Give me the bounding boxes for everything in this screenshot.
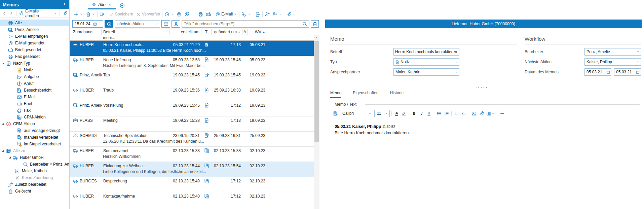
forward-icon[interactable] [9,11,14,16]
sidebar-item-alle-zu-[interactable]: Alle zu ... [0,147,69,154]
column-header-a[interactable]: A [242,29,248,35]
sidebar-item-crm-aktion[interactable]: ?CRM-Aktion [0,120,69,127]
clear-filter-button[interactable] [311,20,319,28]
sidebar-item-e-mail[interactable]: E-Mail [0,94,69,100]
search-icon[interactable] [302,22,307,27]
font-color-button[interactable]: A [393,110,400,117]
collapse-sidebar-icon[interactable] [63,2,67,7]
expander-icon[interactable] [2,150,4,152]
memo-row[interactable]: HUBERNeue Lieferung05.09.23 12:5819.09.2… [70,56,314,71]
scrollbar-thumb[interactable] [314,41,319,142]
sidebar-item-brief-gesendet[interactable]: Brief gesendet [0,46,69,53]
expander-icon[interactable] [2,123,4,125]
date-filter-field[interactable] [72,20,103,28]
email-button[interactable]: @E-Mail [214,11,238,18]
expander-icon[interactable] [9,156,11,159]
email-filter-button[interactable] [161,20,170,28]
sidebar-item-notiz[interactable]: Notiz [0,67,69,73]
sidebar-item-e-mail-gesendet[interactable]: @E-Mail gesendet [0,40,69,46]
calendar-icon[interactable] [93,22,97,26]
search-input[interactable] [184,22,302,26]
sidebar-item-prinz-amelie[interactable]: Prinz, Amelie [0,26,69,33]
reassign-button[interactable] [183,11,195,18]
tab-historie[interactable]: Historie [390,91,404,98]
sidebar-item-nach-typ[interactable]: Nach Typ [0,60,69,67]
memo-row[interactable]: HUBERSommervenet02.10.23 15:3802.10.23 1… [70,147,314,162]
back-icon[interactable] [2,11,7,16]
sidebar-item-fax[interactable]: Fax [0,107,69,114]
delete-button[interactable] [85,11,96,18]
sidebar-item-im-stapel-verarbeitet[interactable]: im Stapel verarbeitet [0,141,69,147]
format-button[interactable] [332,110,339,117]
attach-button[interactable] [285,11,297,18]
export-button[interactable] [254,11,261,18]
calendar-icon[interactable] [606,70,610,74]
call-button[interactable] [240,11,252,18]
close-tab-icon[interactable]: × [108,2,112,7]
font-size-select[interactable]: 11 [374,110,390,117]
sidebar-item-bearbeiter-prinz-amelie[interactable]: Bearbeiter = Prinz, Amelie [0,161,69,168]
memo-row[interactable]: HUBERKontaktaufnahme02.10.23 15:4017:120… [70,192,314,207]
memo-row[interactable]: Prinz, AmelieTab19.09.23 15:4519.09.23 1… [70,71,314,86]
paperclip-icon[interactable] [62,11,67,16]
date-filter-input[interactable] [75,22,93,26]
font-name-select[interactable]: Calibri [340,110,373,117]
tab-eigenschaften[interactable]: Eigenschaften [353,91,378,98]
column-header-betreff[interactable]: Betreff [102,29,169,35]
forward-button[interactable] [99,11,106,18]
person-add-button[interactable] [264,11,271,18]
column-header-zuordnung[interactable]: Zuordnung [71,29,102,35]
bullet-list-button[interactable] [436,110,442,117]
memo-date-field-2[interactable]: 05.03.21 [614,68,641,76]
next-action-select[interactable]: nächste Aktion [115,20,160,28]
memo-row[interactable]: HUBERTraub19.09.23 15:3625.09.23 16:3319… [70,86,314,101]
sidebar-item-brief[interactable]: Brief [0,100,69,107]
letter-button[interactable] [205,11,212,18]
highlight-button[interactable] [401,110,407,117]
memo-row[interactable]: HUBEREinladung zur Weihna...02.10.23 15:… [70,162,314,177]
memo-date-field[interactable]: 05.03.21 [584,68,611,76]
italic-button[interactable]: I [418,110,425,117]
person-view-button[interactable] [271,11,283,18]
ansprechpartner-select[interactable]: Maier, Kathrin [393,68,459,76]
reminder-button[interactable] [163,11,175,18]
outdent-button[interactable] [453,110,460,117]
naechste-aktion-select[interactable]: Kaiser, Philipp [584,58,641,66]
sidebar-item-aufgabe[interactable]: Aufgabe [0,73,69,80]
underline-button[interactable]: U [426,110,432,117]
sidebar-item-keine-zuordnung[interactable]: Keine Zuordnung [0,174,69,181]
column-header-t[interactable]: T [201,29,212,35]
linked-record-banner[interactable]: Lieferant: Huber GmbH (70000000) [325,20,642,28]
reminder-filter-toggle[interactable] [105,20,113,28]
sidebar-item-crm-aktion[interactable]: CRM-Aktion [0,114,69,120]
memo-row[interactable]: Prinz, AmelieVorstellung19.09.23 15:4517… [70,101,314,116]
tab-memo[interactable]: Memo [330,91,341,98]
numbered-list-button[interactable]: 123 [443,110,450,117]
new-button[interactable] [73,11,84,18]
typ-select[interactable]: Notiz [393,58,459,66]
sidebar-item-gelöscht[interactable]: Gelöscht [0,188,69,195]
memo-row[interactable]: SCHMIDTTechnische Spezifikation23.06.15 … [70,132,314,147]
bold-button[interactable]: B [411,110,417,117]
fax-button[interactable] [197,11,204,18]
sidebar-item-e-mail-empfangen[interactable]: @E-Mail empfangen [0,33,69,40]
betreff-field[interactable] [393,48,459,56]
expander-icon[interactable] [2,62,4,64]
discard-button[interactable]: Verwerfen [135,11,161,18]
sidebar-item-huber-gmbh[interactable]: Huber GmbH [0,154,69,161]
horizontal-rule-button[interactable] [499,110,505,117]
grid-more-row[interactable]: mehr... [70,35,314,41]
memo-row[interactable]: BURGESBesprechung02.10.23 15:4917:1202.1… [70,177,314,192]
sidebar-item-maier-kathrin[interactable]: Maier, Kathrin [0,168,69,174]
sidebar-item-besuchsbericht[interactable]: Besuchsbericht [0,87,69,94]
column-header-geändert-um[interactable]: geändert um▲ [212,29,242,35]
sidebar-item-anruf[interactable]: ?Anruf [0,80,69,87]
sidebar-item-manuell-verarbeitet[interactable]: manuell verarbeitet [0,134,69,141]
column-header-erstellt-um[interactable]: erstellt um [169,29,201,35]
fetch-emails-button[interactable]: @ E-Mails abrufen [19,9,57,18]
search-field[interactable] [182,20,309,28]
save-button[interactable]: Speichern [108,11,134,18]
insert-link-button[interactable] [478,110,485,117]
memo-text-editor[interactable]: 05.03.21 Kaiser, Philipp 11:30:52 Bitte … [335,124,640,209]
sidebar-item-alle[interactable]: Alle [0,20,69,26]
